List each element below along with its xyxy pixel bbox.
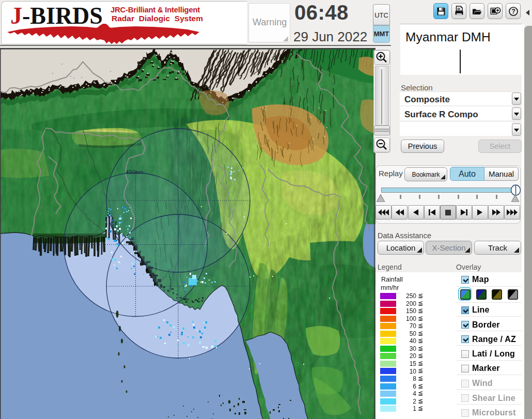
svg-text:?: ? [511,8,515,15]
svg-text:450km: 450km [126,169,144,175]
